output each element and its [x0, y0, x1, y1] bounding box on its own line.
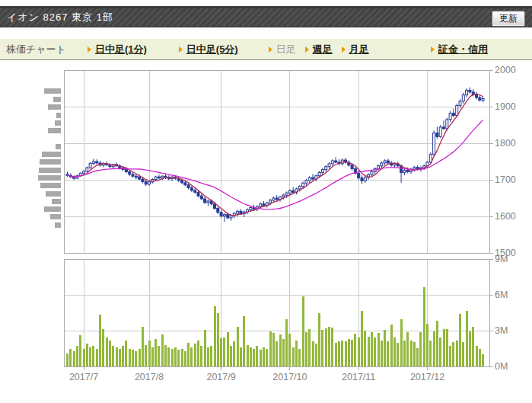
svg-text:6M: 6M: [495, 289, 508, 300]
tab-weekly[interactable]: 週足: [305, 43, 333, 56]
tab-intraday-1min-link[interactable]: 日中足(1分): [95, 43, 147, 56]
svg-text:1800: 1800: [495, 138, 516, 149]
stock-chart-panel: 2000190018001700160015009M6M3M0M2017/720…: [0, 64, 532, 403]
svg-text:2017/7: 2017/7: [69, 372, 98, 382]
svg-text:2017/10: 2017/10: [272, 372, 307, 382]
tab-intraday-5min-link[interactable]: 日中足(5分): [186, 43, 238, 56]
tab-daily-current: 日足: [269, 43, 296, 56]
moving-average-lines: [68, 94, 483, 216]
svg-text:2000: 2000: [495, 65, 516, 75]
svg-text:1700: 1700: [495, 174, 516, 185]
svg-text:0M: 0M: [495, 361, 508, 372]
arrow-right-icon: [88, 46, 91, 53]
ma-short: [68, 94, 483, 216]
volume-bars-group: [66, 287, 484, 366]
svg-text:2017/12: 2017/12: [410, 372, 444, 382]
tab-daily-label: 日足: [276, 43, 296, 56]
tab-margin-credit-link[interactable]: 証金・信用: [438, 43, 488, 56]
tab-weekly-link[interactable]: 週足: [313, 43, 333, 56]
svg-text:1900: 1900: [495, 101, 516, 112]
svg-text:9M: 9M: [495, 254, 508, 264]
svg-text:3M: 3M: [495, 325, 508, 336]
tab-monthly-link[interactable]: 月足: [349, 43, 369, 56]
tab-intraday-1min[interactable]: 日中足(1分): [88, 43, 147, 56]
tab-margin-credit[interactable]: 証金・信用: [431, 43, 488, 56]
section-label: 株価チャート: [0, 43, 66, 56]
grid-lines: [64, 70, 489, 366]
svg-text:2017/11: 2017/11: [342, 372, 375, 382]
ma-long: [68, 120, 483, 209]
arrow-right-icon: [269, 46, 272, 53]
refresh-button[interactable]: 更新: [492, 11, 525, 27]
volume-by-price-bars: [38, 88, 61, 228]
svg-text:1600: 1600: [495, 211, 516, 222]
arrow-right-icon: [179, 46, 183, 53]
axis-labels: 2000190018001700160015009M6M3M0M2017/720…: [69, 65, 516, 382]
tab-intraday-5min[interactable]: 日中足(5分): [179, 43, 238, 56]
arrow-right-icon: [431, 46, 435, 53]
svg-text:2017/8: 2017/8: [135, 372, 164, 382]
stock-title-bar: イオン 8267 東京 1部 更新: [0, 6, 532, 27]
arrow-right-icon: [305, 46, 309, 53]
arrow-right-icon: [342, 46, 346, 53]
stock-title: イオン 8267 東京 1部: [0, 11, 113, 24]
svg-text:2017/9: 2017/9: [206, 372, 235, 382]
tab-monthly[interactable]: 月足: [342, 43, 369, 56]
price-volume-chart: 2000190018001700160015009M6M3M0M2017/720…: [0, 64, 532, 403]
chart-period-tabbar: 株価チャート 日中足(1分) 日中足(5分) 日足 週足 月足 証金・信用: [0, 39, 532, 60]
plot-borders: [64, 70, 489, 366]
